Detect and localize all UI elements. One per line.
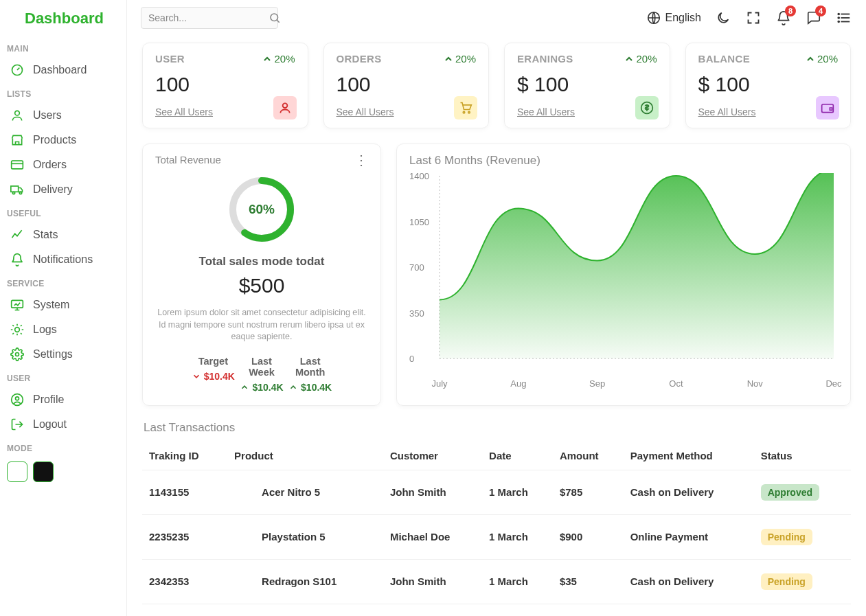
sidebar-item-orders[interactable]: Orders (7, 152, 119, 177)
table-row[interactable]: 2235235Playstation 5Michael Doe1 March$9… (142, 514, 851, 559)
stat-card-balance: BALANCE20%$ 100See All Users (685, 43, 852, 128)
sidebar-item-delivery[interactable]: Delivery (7, 177, 119, 202)
revenue-col-label: Last Week (238, 356, 286, 378)
sidebar-item-label: System (33, 299, 69, 311)
revenue-col-label: Last Month (286, 356, 334, 378)
cell-method: Online Payment (624, 514, 754, 559)
card-link[interactable]: See All Users (698, 106, 756, 117)
revenue-amount: $500 (239, 274, 285, 297)
svg-rect-4 (11, 186, 19, 192)
sidebar-item-notifications[interactable]: Notifications (7, 247, 119, 272)
svg-point-12 (271, 14, 278, 21)
chart-ytick: 1050 (409, 216, 429, 227)
card-value: 100 (337, 73, 477, 96)
table-row[interactable]: 1143155Acer Nitro 5John Smith1 March$785… (142, 470, 851, 514)
sidebar-heading: USEFUL (7, 202, 119, 223)
mode-dark[interactable] (33, 461, 54, 482)
table-header: Amount (553, 442, 624, 470)
chart-xtick: Sep (589, 378, 605, 389)
mode-light[interactable] (7, 461, 27, 482)
revenue-col: Last Month$10.4K (286, 356, 334, 393)
search-icon (269, 12, 281, 24)
cell-amount: $900 (553, 514, 624, 559)
theme-toggle[interactable] (715, 10, 731, 26)
card-change: 20% (624, 53, 657, 65)
sidebar-item-label: Profile (33, 393, 64, 406)
sidebar-heading: LISTS (7, 82, 119, 103)
card-link[interactable]: See All Users (517, 106, 575, 117)
svg-line-13 (277, 20, 279, 22)
stat-card-user: USER20%100See All Users (142, 43, 308, 128)
cell-customer: John Smith (383, 559, 482, 604)
area-chart: 035070010501400JulyAugSepOctNovDec (409, 173, 838, 386)
chart-title: Last 6 Months (Revenue) (409, 154, 838, 168)
menu-button[interactable] (836, 10, 852, 26)
stats-icon (10, 227, 25, 242)
revenue-col-value: $10.4K (286, 382, 334, 393)
sidebar-item-label: Logout (33, 418, 67, 431)
messages-button[interactable]: 4 (806, 10, 822, 26)
svg-point-23 (468, 111, 470, 113)
store-icon (10, 133, 25, 148)
table-header: Payment Method (624, 442, 754, 470)
search-input[interactable] (148, 12, 269, 23)
sidebar-heading: SERVICE (7, 272, 119, 293)
svg-point-21 (282, 103, 287, 108)
chart-ytick: 350 (409, 308, 424, 318)
card-link[interactable]: See All Users (155, 106, 213, 117)
table-header: Traking ID (142, 442, 227, 470)
revenue-col: Target$10.4K (189, 356, 238, 393)
card-value: $ 100 (698, 73, 839, 96)
notifications-button[interactable]: 8 (775, 10, 792, 26)
wallet-icon (816, 96, 839, 119)
sidebar-item-label: Users (33, 109, 62, 122)
sidebar-heading: MAIN (7, 37, 119, 58)
chart-xtick: Dec (825, 378, 841, 389)
topbar: English 8 4 (127, 0, 866, 36)
search-box[interactable] (141, 7, 278, 29)
svg-point-22 (463, 111, 465, 113)
profile-icon (10, 392, 25, 407)
globe-icon (646, 10, 661, 25)
cell-amount: $785 (553, 470, 624, 514)
cell-date: 1 March (482, 514, 553, 559)
sidebar-item-settings[interactable]: Settings (7, 342, 119, 367)
card-link[interactable]: See All Users (337, 106, 394, 117)
sidebar-item-profile[interactable]: Profile (7, 387, 119, 412)
truck-icon (10, 182, 25, 197)
sidebar-item-users[interactable]: Users (7, 103, 119, 128)
language-switcher[interactable]: English (646, 10, 701, 25)
sidebar: Dashboard MAINDashboardLISTSUsersProduct… (0, 0, 127, 616)
transactions-title: Last Transactions (142, 421, 851, 435)
stat-card-orders: ORDERS20%100See All Users (323, 43, 490, 128)
revenue-col: Last Week$10.4K (238, 356, 286, 393)
svg-point-9 (16, 353, 19, 356)
svg-point-20 (838, 21, 839, 23)
card-value: $ 100 (517, 73, 657, 96)
msg-badge: 4 (815, 5, 826, 16)
sidebar-item-system[interactable]: System (7, 293, 119, 317)
cell-customer: John Smith (383, 470, 482, 514)
cell-method: Cash on Delivery (624, 470, 754, 514)
ring-percent: 60% (227, 175, 296, 244)
sidebar-item-dashboard[interactable]: Dashboard (7, 58, 119, 82)
sidebar-item-stats[interactable]: Stats (7, 223, 119, 247)
revenue-desc: Lorem ipsum dolor sit amet consectetur a… (155, 307, 368, 343)
table-header: Status (754, 442, 851, 470)
cell-product: Redragon S101 (227, 559, 383, 604)
sidebar-item-label: Dashboard (33, 64, 87, 76)
card-change: 20% (262, 53, 295, 65)
sidebar-item-label: Notifications (33, 253, 93, 266)
sidebar-item-products[interactable]: Products (7, 128, 119, 152)
sidebar-item-label: Stats (33, 229, 58, 241)
logo: Dashboard (7, 10, 119, 37)
chart-ytick: 0 (409, 354, 414, 364)
chart-panel: Last 6 Months (Revenue) 035070010501400J… (396, 144, 851, 406)
svg-point-18 (838, 14, 839, 15)
table-row[interactable]: 2342353Redragon S101John Smith1 March$35… (142, 559, 851, 604)
sidebar-item-logout[interactable]: Logout (7, 412, 119, 437)
sidebar-item-logs[interactable]: Logs (7, 317, 119, 342)
fullscreen-toggle[interactable] (745, 10, 762, 26)
cell-id: 1143155 (142, 470, 227, 514)
more-icon[interactable]: ⋮ (354, 156, 368, 164)
